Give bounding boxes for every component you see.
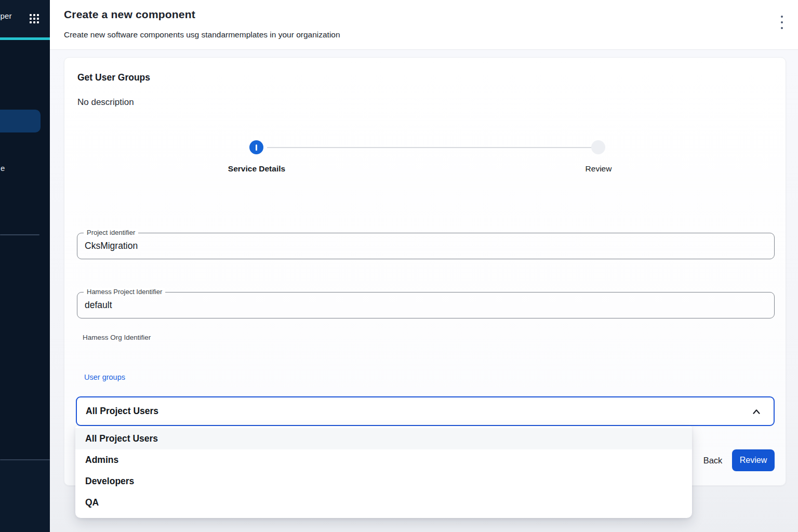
back-button[interactable]: Back xyxy=(699,449,726,471)
stepper-step-1-dot[interactable] xyxy=(249,140,263,154)
dropdown-option-qa[interactable]: QA xyxy=(75,492,692,513)
sidebar-divider xyxy=(0,459,50,460)
stepper-step-1-label: Service Details xyxy=(194,164,319,174)
sidebar-header: lper xyxy=(0,0,50,37)
sidebar: lper e xyxy=(0,0,50,532)
form-card: Get User Groups No description Service D… xyxy=(64,57,786,486)
sidebar-nav-item-label[interactable]: e xyxy=(1,164,5,172)
sidebar-active-nav-item[interactable] xyxy=(0,110,41,132)
card-title: Get User Groups xyxy=(77,72,150,83)
sidebar-bottom-section xyxy=(0,460,50,532)
dropdown-option-developers[interactable]: Developers xyxy=(75,471,692,492)
card-description: No description xyxy=(77,97,134,108)
project-identifier-value[interactable]: CksMigration xyxy=(85,233,138,259)
user-groups-select-value: All Project Users xyxy=(86,406,158,417)
page-title: Create a new component xyxy=(64,8,195,21)
page-header: Create a new component Create new softwa… xyxy=(50,0,798,50)
user-groups-dropdown-panel: All Project Users Admins Developers QA xyxy=(75,426,692,518)
dropdown-option-admins[interactable]: Admins xyxy=(75,449,692,471)
stepper-step-2-dot[interactable] xyxy=(591,140,605,154)
org-identifier-label: Hamess Org Identifier xyxy=(83,334,151,341)
stepper-connector-line xyxy=(267,147,591,148)
dropdown-option-all-project-users[interactable]: All Project Users xyxy=(75,428,692,449)
teal-accent-bar xyxy=(0,37,50,40)
harness-project-identifier-value[interactable]: default xyxy=(85,292,112,318)
user-groups-link[interactable]: User groups xyxy=(84,373,125,381)
project-identifier-field[interactable]: Project identifier CksMigration xyxy=(77,233,775,259)
kebab-menu-icon[interactable] xyxy=(778,15,786,30)
apps-grid-icon[interactable] xyxy=(30,14,39,24)
page-subtitle: Create new software components usg stand… xyxy=(64,30,340,39)
sidebar-header-label: lper xyxy=(0,11,12,20)
user-groups-select[interactable]: All Project Users xyxy=(76,396,775,426)
review-button[interactable]: Review xyxy=(732,449,775,471)
sidebar-divider xyxy=(0,234,39,235)
stepper-step-2-label: Review xyxy=(536,164,661,174)
chevron-up-icon[interactable] xyxy=(751,406,762,418)
harness-project-identifier-field[interactable]: Hamess Project Identifier default xyxy=(77,292,775,318)
